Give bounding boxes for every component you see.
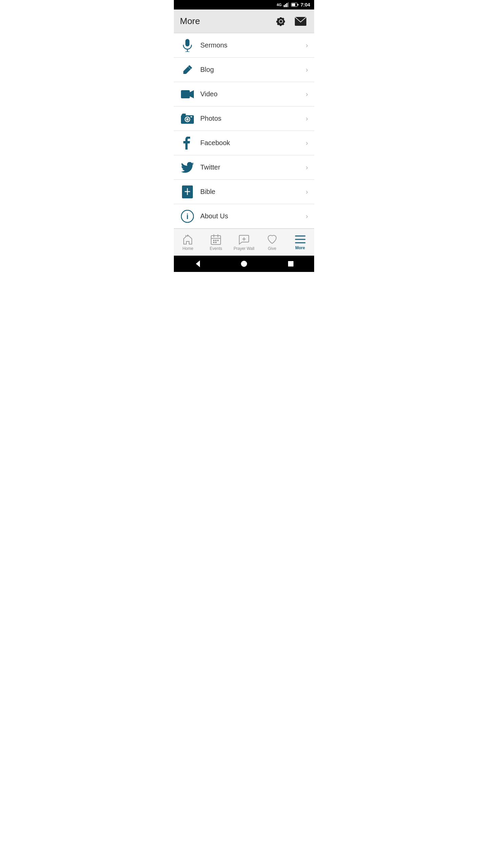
prayer-wall-nav-icon (239, 234, 249, 245)
svg-point-18 (186, 118, 189, 120)
sermons-label: Sermons (200, 41, 306, 49)
info-icon: i (180, 210, 195, 223)
svg-rect-8 (185, 39, 189, 46)
video-label: Video (200, 90, 306, 98)
nav-item-prayer-wall[interactable]: Prayer Wall (230, 229, 258, 256)
system-bar (174, 256, 314, 272)
photos-chevron: › (306, 115, 308, 122)
photos-label: Photos (200, 115, 306, 122)
prayer-wall-nav-label: Prayer Wall (233, 246, 255, 251)
video-chevron: › (306, 90, 308, 98)
svg-marker-13 (190, 90, 194, 98)
svg-point-42 (241, 261, 247, 267)
message-button[interactable] (293, 15, 308, 27)
signal-bars-icon (284, 2, 289, 7)
svg-rect-2 (286, 3, 287, 7)
give-nav-label: Give (268, 246, 276, 251)
events-nav-label: Events (210, 246, 222, 251)
menu-item-photos[interactable]: Photos › (174, 106, 314, 131)
facebook-chevron: › (306, 139, 308, 147)
blog-chevron: › (306, 66, 308, 74)
blog-label: Blog (200, 66, 306, 74)
signal-indicator: 4G (277, 3, 282, 7)
status-bar: 4G 7:04 (174, 0, 314, 9)
bible-label: Bible (200, 188, 306, 196)
svg-rect-35 (215, 242, 217, 243)
facebook-icon (180, 137, 195, 150)
home-button[interactable] (237, 257, 251, 271)
home-nav-label: Home (182, 246, 193, 251)
nav-item-give[interactable]: Give (258, 229, 286, 256)
svg-rect-19 (190, 116, 192, 117)
bottom-nav: Home Events Prayer Wall Give (174, 229, 314, 256)
nav-item-events[interactable]: Events (202, 229, 230, 256)
menu-list: Sermons › Blog › Video › (174, 33, 314, 229)
twitter-chevron: › (306, 163, 308, 171)
about-us-label: About Us (200, 212, 306, 220)
more-nav-label: More (295, 245, 305, 250)
gear-icon (276, 16, 286, 27)
nav-item-home[interactable]: Home (174, 229, 202, 256)
svg-rect-34 (213, 242, 215, 243)
menu-item-sermons[interactable]: Sermons › (174, 33, 314, 58)
video-icon (180, 90, 195, 99)
twitter-icon (180, 162, 195, 173)
clock: 7:04 (301, 2, 310, 7)
page-title: More (180, 16, 200, 26)
menu-item-facebook[interactable]: Facebook › (174, 131, 314, 155)
bible-icon (180, 185, 195, 198)
give-nav-icon (267, 234, 278, 245)
more-nav-icon (295, 235, 306, 244)
pencil-icon (180, 64, 195, 75)
svg-text:i: i (186, 212, 188, 221)
recents-button[interactable] (284, 257, 298, 271)
menu-item-blog[interactable]: Blog › (174, 58, 314, 82)
menu-item-about-us[interactable]: i About Us › (174, 204, 314, 229)
svg-rect-12 (181, 90, 190, 98)
menu-item-twitter[interactable]: Twitter › (174, 155, 314, 180)
facebook-label: Facebook (200, 139, 306, 147)
header: More (174, 9, 314, 33)
microphone-icon (180, 39, 195, 52)
back-button[interactable] (190, 257, 204, 271)
svg-rect-31 (213, 240, 215, 241)
svg-rect-1 (285, 4, 286, 7)
home-nav-icon (182, 234, 193, 245)
svg-rect-43 (288, 261, 293, 267)
svg-rect-6 (292, 3, 295, 6)
battery-icon (291, 3, 299, 7)
bible-chevron: › (306, 188, 308, 196)
svg-marker-41 (196, 260, 200, 267)
svg-rect-33 (217, 240, 219, 241)
events-nav-icon (210, 234, 221, 245)
svg-rect-16 (182, 114, 184, 116)
menu-item-bible[interactable]: Bible › (174, 180, 314, 204)
menu-item-video[interactable]: Video › (174, 82, 314, 106)
sermons-chevron: › (306, 41, 308, 49)
nav-item-more[interactable]: More (286, 229, 314, 256)
envelope-icon (294, 17, 307, 26)
camera-icon (180, 114, 195, 124)
settings-button[interactable] (274, 15, 288, 28)
about-us-chevron: › (306, 212, 308, 220)
header-actions (274, 15, 308, 28)
svg-rect-3 (288, 2, 289, 7)
svg-rect-5 (298, 4, 299, 6)
svg-rect-32 (215, 240, 217, 241)
svg-rect-0 (284, 5, 285, 7)
twitter-label: Twitter (200, 163, 306, 171)
